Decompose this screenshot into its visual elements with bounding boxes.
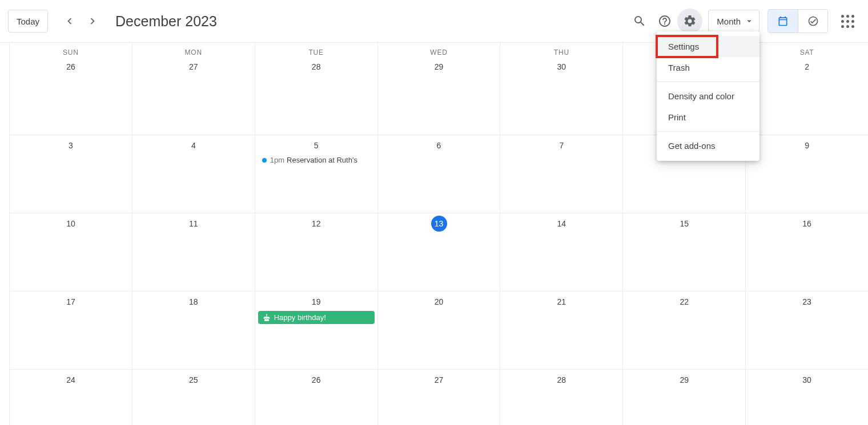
calendar-cell[interactable]: 15 <box>622 213 745 291</box>
calendar-event[interactable]: Happy birthday! <box>258 311 375 324</box>
next-button[interactable] <box>81 10 104 33</box>
calendar-week: 10111213141516 <box>9 213 868 291</box>
day-number[interactable]: 27 <box>378 372 500 388</box>
help-button[interactable] <box>652 9 677 34</box>
menu-item-settings[interactable]: Settings <box>657 36 760 57</box>
day-number[interactable]: 4 <box>132 137 255 153</box>
calendar-cell[interactable]: 17 <box>9 292 132 369</box>
calendar-cell[interactable]: 16 <box>745 213 868 291</box>
calendar-cell[interactable]: 18 <box>132 292 255 369</box>
day-number[interactable]: 2 <box>746 59 868 75</box>
google-apps-button[interactable] <box>835 9 860 34</box>
day-number[interactable]: 22 <box>623 294 745 310</box>
calendar-cell[interactable]: 4 <box>132 135 255 213</box>
prev-button[interactable] <box>58 10 81 33</box>
day-number[interactable]: 29 <box>623 372 745 388</box>
event-dot-icon <box>262 158 267 163</box>
calendar-cell[interactable]: 30 <box>745 370 868 425</box>
day-number[interactable]: 26 <box>10 59 132 75</box>
settings-button[interactable] <box>677 9 702 34</box>
day-number[interactable]: 17 <box>10 294 132 310</box>
day-number[interactable]: 21 <box>500 294 622 310</box>
calendar-event[interactable]: 1pmReservation at Ruth's <box>260 155 373 165</box>
calendar-cell[interactable]: 12 <box>255 213 377 291</box>
day-number[interactable]: 30 <box>746 372 868 388</box>
day-number[interactable]: 18 <box>132 294 255 310</box>
day-number[interactable]: 23 <box>746 294 868 310</box>
day-number[interactable]: 15 <box>623 216 745 232</box>
day-number[interactable]: 19 <box>255 294 377 310</box>
day-number[interactable]: 14 <box>500 216 622 232</box>
day-number[interactable]: 7 <box>500 137 622 153</box>
calendar-cell[interactable]: 28 <box>500 370 622 425</box>
calendar-cell[interactable]: 7 <box>500 135 622 213</box>
calendar-cell[interactable]: 51pmReservation at Ruth's <box>255 135 377 213</box>
menu-item-trash[interactable]: Trash <box>657 57 760 78</box>
menu-item-print[interactable]: Print <box>657 107 760 128</box>
calendar-cell[interactable]: 24 <box>9 370 132 425</box>
calendar-cell[interactable]: 2 <box>745 56 868 135</box>
today-button[interactable]: Today <box>8 10 48 33</box>
calendar-cell[interactable]: 21 <box>500 292 622 369</box>
event-title: Happy birthday! <box>274 313 326 322</box>
menu-separator <box>657 131 760 132</box>
calendar-cell[interactable]: 19Happy birthday! <box>255 292 377 369</box>
day-number[interactable]: 9 <box>746 137 868 153</box>
day-number[interactable]: 12 <box>255 216 377 232</box>
day-number[interactable]: 30 <box>500 59 622 75</box>
day-number[interactable]: 10 <box>10 216 132 232</box>
view-switch-label: Month <box>717 17 741 26</box>
search-icon <box>633 14 646 28</box>
calendar-cell[interactable]: 3 <box>9 135 132 213</box>
calendar-cell[interactable]: 26 <box>9 56 132 135</box>
calendar-cell[interactable]: 26 <box>255 370 377 425</box>
day-header: TUE <box>255 43 377 56</box>
calendar-cell[interactable]: 30 <box>500 56 622 135</box>
chevron-left-icon <box>63 15 76 27</box>
day-header: MON <box>132 43 255 56</box>
day-number[interactable]: 28 <box>500 372 622 388</box>
day-header: WED <box>377 43 500 56</box>
gear-icon <box>683 14 697 28</box>
calendar-cell[interactable]: 29 <box>622 370 745 425</box>
calendar-cell[interactable]: 27 <box>377 370 500 425</box>
calendar-cell[interactable]: 13 <box>377 213 500 291</box>
day-number[interactable]: 20 <box>378 294 500 310</box>
calendar-cell[interactable]: 23 <box>745 292 868 369</box>
day-number[interactable]: 26 <box>255 372 377 388</box>
calendar-cell[interactable]: 14 <box>500 213 622 291</box>
menu-item-get-add-ons[interactable]: Get add-ons <box>657 135 760 156</box>
day-number[interactable]: 11 <box>132 216 255 232</box>
day-number[interactable]: 27 <box>132 59 255 75</box>
search-button[interactable] <box>627 9 652 34</box>
day-number[interactable]: 5 <box>255 137 377 153</box>
day-number[interactable]: 13 <box>378 216 500 232</box>
day-number[interactable]: 16 <box>746 216 868 232</box>
day-number[interactable]: 3 <box>10 137 132 153</box>
calendar-cell[interactable]: 20 <box>377 292 500 369</box>
day-number[interactable]: 6 <box>378 137 500 153</box>
calendar-cell[interactable]: 27 <box>132 56 255 135</box>
calendar-cell[interactable]: 22 <box>622 292 745 369</box>
tasks-panel-button[interactable] <box>798 10 827 33</box>
day-number[interactable]: 24 <box>10 372 132 388</box>
chevron-right-icon <box>86 15 99 27</box>
day-number[interactable]: 28 <box>255 59 377 75</box>
day-number[interactable]: 29 <box>378 59 500 75</box>
calendar-cell[interactable]: 28 <box>255 56 377 135</box>
help-icon <box>658 14 672 28</box>
calendar-cell[interactable]: 10 <box>9 213 132 291</box>
calendar-cell[interactable]: 11 <box>132 213 255 291</box>
day-number[interactable]: 25 <box>132 372 255 388</box>
calendar-panel-button[interactable] <box>768 10 798 33</box>
calendar-week: 171819Happy birthday!20212223 <box>9 291 868 369</box>
calendar-cell[interactable]: 29 <box>377 56 500 135</box>
menu-item-density-and-color[interactable]: Density and color <box>657 86 760 107</box>
event-time: 1pm <box>270 156 284 164</box>
day-header: SAT <box>745 43 868 56</box>
calendar-cell[interactable]: 6 <box>377 135 500 213</box>
calendar-cell[interactable]: 25 <box>132 370 255 425</box>
view-switch[interactable]: Month <box>708 10 760 33</box>
calendar-week: 24252627282930 <box>9 369 868 425</box>
calendar-cell[interactable]: 9 <box>745 135 868 213</box>
